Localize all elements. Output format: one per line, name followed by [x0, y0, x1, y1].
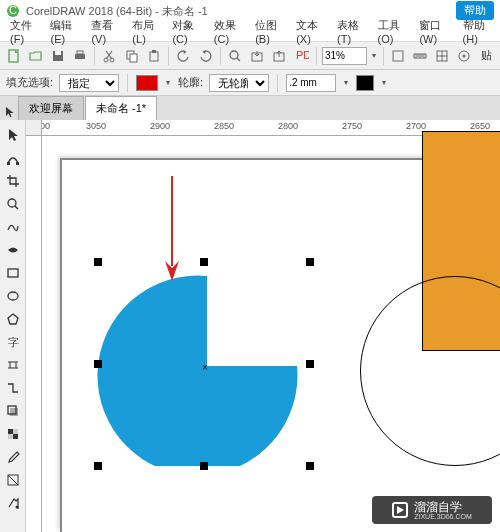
cut-button[interactable] — [100, 46, 119, 66]
import-button[interactable] — [248, 46, 267, 66]
text-tool-icon[interactable]: 字 — [2, 331, 24, 353]
polygon-tool-icon[interactable] — [2, 308, 24, 330]
menu-object[interactable]: 对象(C) — [166, 16, 205, 47]
parallel-dim-tool-icon[interactable] — [2, 354, 24, 376]
zoom-tool-icon[interactable] — [2, 193, 24, 215]
svg-rect-23 — [16, 162, 19, 165]
outline-color-swatch[interactable] — [356, 75, 374, 91]
separator — [127, 74, 128, 92]
ruler-tick-label: 2800 — [278, 121, 298, 131]
menu-window[interactable]: 窗口(W) — [413, 16, 454, 47]
paste-button[interactable] — [144, 46, 163, 66]
rectangle-tool-icon[interactable] — [2, 262, 24, 284]
separator — [168, 47, 169, 65]
outline-width-input[interactable] — [286, 74, 336, 92]
fullscreen-button[interactable] — [389, 46, 408, 66]
ruler-tick-label: 2850 — [214, 121, 234, 131]
new-button[interactable] — [4, 46, 23, 66]
menu-layout[interactable]: 布局(L) — [126, 16, 164, 47]
selection-handle[interactable] — [200, 462, 208, 470]
options-button[interactable]: 贴 — [477, 46, 496, 66]
ruler-tick-label: 2750 — [342, 121, 362, 131]
publish-pdf-button[interactable]: PDF — [292, 46, 311, 66]
svg-rect-12 — [152, 50, 156, 53]
undo-button[interactable] — [174, 46, 193, 66]
menu-table[interactable]: 表格(T) — [331, 16, 369, 47]
zoom-input[interactable] — [322, 47, 367, 65]
transparency-tool-icon[interactable] — [2, 423, 24, 445]
ruler-tick-label: 2900 — [150, 121, 170, 131]
search-button[interactable] — [226, 46, 245, 66]
watermark-url: ZIXUE.3D66.COM — [414, 513, 472, 520]
redo-button[interactable] — [196, 46, 215, 66]
selection-handle[interactable] — [94, 258, 102, 266]
copy-button[interactable] — [122, 46, 141, 66]
svg-rect-17 — [393, 51, 403, 61]
selection-handle[interactable] — [94, 462, 102, 470]
ruler-tick-label: 2700 — [406, 121, 426, 131]
eyedropper-tool-icon[interactable] — [2, 446, 24, 468]
fill-mode-select[interactable]: 指定 — [59, 74, 119, 92]
artistic-media-tool-icon[interactable] — [2, 239, 24, 261]
print-button[interactable] — [70, 46, 89, 66]
toolbox: 字 — [0, 120, 26, 532]
snap-button[interactable] — [455, 46, 474, 66]
freehand-tool-icon[interactable] — [2, 216, 24, 238]
selection-handle[interactable] — [306, 462, 314, 470]
separator — [316, 47, 317, 65]
pick-tool-small-icon[interactable] — [2, 104, 18, 120]
menu-effects[interactable]: 效果(C) — [208, 16, 247, 47]
menu-view[interactable]: 查看(V) — [85, 16, 124, 47]
export-button[interactable] — [270, 46, 289, 66]
help-button[interactable]: 帮助 — [456, 1, 494, 20]
selection-handle[interactable] — [200, 258, 208, 266]
pick-tool-icon[interactable] — [2, 124, 24, 146]
ellipse-tool-icon[interactable] — [2, 285, 24, 307]
svg-text:字: 字 — [8, 336, 19, 348]
menu-bar: 文件(F) 编辑(E) 查看(V) 布局(L) 对象(C) 效果(C) 位图(B… — [0, 22, 500, 42]
menu-text[interactable]: 文本(X) — [290, 16, 329, 47]
rulers-button[interactable] — [411, 46, 430, 66]
watermark: 溜溜自学 ZIXUE.3D66.COM — [372, 496, 492, 524]
document-tabs: 欢迎屏幕 未命名 -1* — [0, 96, 500, 120]
menu-tools[interactable]: 工具(O) — [372, 16, 412, 47]
canvas[interactable]: × — [42, 136, 500, 532]
save-button[interactable] — [48, 46, 67, 66]
selection-handle[interactable] — [306, 258, 314, 266]
separator — [94, 47, 95, 65]
outline-label: 轮廓: — [178, 75, 203, 90]
outline-width-dropdown-icon[interactable]: ▾ — [342, 78, 350, 87]
drop-shadow-tool-icon[interactable] — [2, 400, 24, 422]
ruler-tick-label: 2650 — [470, 121, 490, 131]
menu-edit[interactable]: 编辑(E) — [44, 16, 83, 47]
standard-toolbar: PDF ▾ 贴 — [0, 42, 500, 70]
ruler-vertical — [26, 136, 42, 532]
tab-document[interactable]: 未命名 -1* — [85, 96, 157, 120]
smart-fill-tool-icon[interactable] — [2, 492, 24, 514]
zoom-dropdown-icon[interactable]: ▾ — [370, 51, 378, 60]
tab-welcome[interactable]: 欢迎屏幕 — [18, 96, 84, 120]
selection-handle[interactable] — [94, 360, 102, 368]
connector-tool-icon[interactable] — [2, 377, 24, 399]
svg-rect-28 — [10, 408, 18, 416]
fill-color-dropdown-icon[interactable]: ▾ — [164, 78, 172, 87]
svg-text:C: C — [9, 4, 17, 16]
grid-button[interactable] — [433, 46, 452, 66]
menu-help[interactable]: 帮助(H) — [457, 16, 496, 47]
svg-rect-25 — [8, 269, 18, 277]
svg-point-35 — [15, 506, 18, 509]
svg-rect-31 — [13, 434, 18, 439]
fill-color-swatch[interactable] — [136, 75, 158, 91]
svg-rect-22 — [7, 162, 10, 165]
outline-mode-select[interactable]: 无轮廓 — [209, 74, 269, 92]
crop-tool-icon[interactable] — [2, 170, 24, 192]
svg-point-26 — [8, 292, 18, 300]
shape-tool-icon[interactable] — [2, 147, 24, 169]
outline-color-dropdown-icon[interactable]: ▾ — [380, 78, 388, 87]
watermark-text: 溜溜自学 — [414, 501, 472, 513]
selection-handle[interactable] — [306, 360, 314, 368]
menu-file[interactable]: 文件(F) — [4, 16, 42, 47]
open-button[interactable] — [26, 46, 45, 66]
menu-bitmap[interactable]: 位图(B) — [249, 16, 288, 47]
fill-tool-icon[interactable] — [2, 469, 24, 491]
